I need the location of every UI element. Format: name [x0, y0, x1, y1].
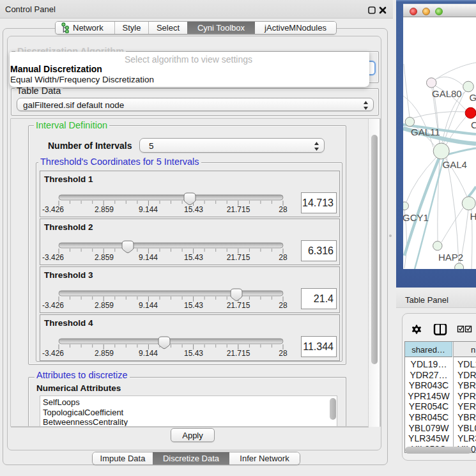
svg-text:HA: HA: [470, 211, 476, 222]
svg-text:GAL4: GAL4: [443, 159, 467, 170]
svg-text:GAL80: GAL80: [432, 88, 462, 99]
svg-text:GAL11: GAL11: [411, 127, 440, 137]
svg-text:GCY1: GCY1: [403, 212, 429, 223]
svg-text:CY: CY: [471, 119, 476, 130]
svg-text:GA: GA: [470, 92, 476, 103]
svg-text:HAP2: HAP2: [438, 252, 463, 263]
